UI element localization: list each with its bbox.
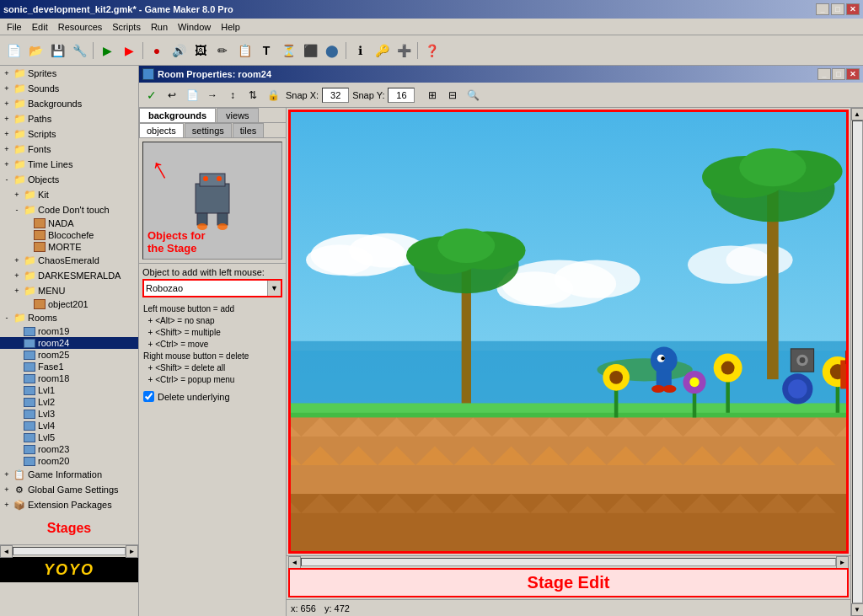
room-maximize-btn[interactable]: □	[832, 68, 845, 80]
sidebar-item-sounds[interactable]: + 📁 Sounds	[0, 81, 138, 96]
tb-gameinfo[interactable]: ℹ	[350, 40, 370, 61]
room-arrow-right-btn[interactable]: →	[203, 86, 222, 104]
expand-backgrounds[interactable]: +	[2, 99, 12, 109]
sidebar-item-lvl4[interactable]: Lvl4	[0, 420, 138, 431]
stage-scroll-vtrack[interactable]	[852, 121, 863, 603]
sidebar-item-chaosemerald[interactable]: + 📁 ChaosEmerald	[0, 253, 138, 268]
tb-add-script[interactable]: 📋	[234, 40, 255, 61]
stage-vscroll[interactable]: ▲ ▼	[850, 108, 863, 616]
delete-underlying-checkbox[interactable]	[143, 391, 154, 402]
menu-edit[interactable]: Edit	[27, 20, 53, 34]
obj-select-dropdown-btn[interactable]: ▼	[267, 281, 281, 296]
sidebar-item-objects[interactable]: - 📁 Objects	[0, 172, 138, 187]
stage-scroll-right[interactable]: ►	[836, 556, 849, 569]
sidebar-item-room23[interactable]: room23	[0, 443, 138, 455]
maximize-button[interactable]: □	[831, 3, 844, 15]
tab-views[interactable]: views	[217, 108, 259, 122]
room-zoom-btn[interactable]: 🔍	[464, 86, 482, 104]
sidebar-item-fonts[interactable]: + 📁 Fonts	[0, 142, 138, 157]
expand-kit[interactable]: +	[12, 190, 22, 200]
sidebar-item-room18[interactable]: room18	[0, 372, 138, 384]
sidebar-item-fase1[interactable]: Fase1	[0, 361, 138, 372]
tb-add-sound[interactable]: 🔊	[169, 40, 189, 61]
menu-window[interactable]: Window	[173, 20, 216, 34]
room-grid2-btn[interactable]: ⊟	[443, 86, 462, 104]
sidebar-item-menu[interactable]: + 📁 MENU	[0, 283, 138, 298]
scroll-right-arrow[interactable]: ►	[126, 545, 138, 558]
room-close-btn[interactable]: ✕	[846, 68, 860, 80]
sidebar-item-lvl2[interactable]: Lvl2	[0, 396, 138, 408]
sidebar-item-room19[interactable]: room19	[0, 325, 138, 337]
subtab-objects[interactable]: objects	[139, 123, 184, 137]
minimize-button[interactable]: _	[816, 3, 829, 15]
expand-sprites[interactable]: +	[2, 68, 12, 78]
expand-objects[interactable]: -	[2, 174, 12, 185]
expand-paths[interactable]: +	[2, 114, 12, 124]
snap-y-input[interactable]	[388, 88, 415, 103]
tb-add-path[interactable]: ✏	[212, 40, 233, 61]
expand-rooms[interactable]: -	[2, 313, 12, 323]
tb-add-room[interactable]: ⬤	[322, 40, 342, 61]
room-sort2-btn[interactable]: ⇅	[244, 86, 262, 104]
expand-menu-obj[interactable]: +	[12, 286, 22, 296]
tb-run[interactable]: ▶	[97, 40, 117, 61]
stage-scroll-down[interactable]: ▼	[851, 603, 864, 616]
sidebar-item-gameinfo[interactable]: + 📋 Game Information	[0, 467, 138, 482]
stage-scroll-left[interactable]: ◄	[288, 556, 301, 569]
sidebar-item-scripts[interactable]: + 📁 Scripts	[0, 126, 138, 142]
sidebar-item-lvl1[interactable]: Lvl1	[0, 384, 138, 396]
expand-darkesmeralda[interactable]: +	[12, 271, 22, 281]
sidebar-item-lvl5[interactable]: Lvl5	[0, 431, 138, 443]
sidebar-item-code-dont-touch[interactable]: - 📁 Code Don't touch	[0, 202, 138, 217]
subtab-tiles[interactable]: tiles	[233, 123, 265, 137]
tb-run-debug[interactable]: ▶	[119, 40, 139, 61]
tb-open[interactable]: 📂	[25, 40, 46, 61]
expand-chaosemerald[interactable]: +	[12, 255, 22, 265]
tb-add-bg[interactable]: 🖼	[190, 40, 211, 61]
scroll-h-track[interactable]	[13, 547, 126, 555]
close-button[interactable]: ✕	[846, 3, 860, 15]
tb-extensions[interactable]: ➕	[394, 40, 414, 61]
sidebar-item-timelines[interactable]: + 📁 Time Lines	[0, 157, 138, 172]
stage-hscroll[interactable]: ◄ ►	[287, 555, 850, 568]
sidebar-item-extensions[interactable]: + 📦 Extension Packages	[0, 497, 138, 512]
room-new-bg-btn[interactable]: 📄	[183, 86, 201, 104]
sidebar-item-object201[interactable]: object201	[0, 298, 138, 310]
tb-gamesettings[interactable]: 🔑	[372, 40, 392, 61]
snap-x-input[interactable]	[322, 88, 349, 103]
sidebar-item-blocochefe[interactable]: Blocochefe	[0, 229, 138, 241]
menu-scripts[interactable]: Scripts	[107, 20, 146, 34]
room-grid-btn[interactable]: ⊞	[423, 86, 442, 104]
sidebar-item-room24[interactable]: room24	[0, 337, 138, 349]
sidebar-item-kit[interactable]: + 📁 Kit	[0, 187, 138, 202]
room-sort-btn[interactable]: ↕	[223, 86, 242, 104]
tb-add-font[interactable]: T	[256, 40, 276, 61]
expand-code-dont-touch[interactable]: -	[12, 205, 22, 215]
tb-resources[interactable]: 🔧	[69, 40, 89, 61]
room-ok-btn[interactable]: ✓	[142, 86, 161, 104]
expand-fonts[interactable]: +	[2, 144, 12, 154]
sidebar-item-backgrounds[interactable]: + 📁 Backgrounds	[0, 96, 138, 111]
tb-add-sprite[interactable]: ●	[147, 40, 167, 61]
stage-scroll-up[interactable]: ▲	[851, 108, 864, 121]
tb-new[interactable]: 📄	[3, 40, 24, 61]
sidebar-item-darkesmeralda[interactable]: + 📁 DARKESMERALDA	[0, 268, 138, 283]
sidebar-item-room20[interactable]: room20	[0, 455, 138, 467]
sidebar-item-nada[interactable]: NADA	[0, 217, 138, 229]
expand-sounds[interactable]: +	[2, 83, 12, 94]
sidebar-item-morte[interactable]: MORTE	[0, 241, 138, 253]
menu-help[interactable]: Help	[216, 20, 245, 34]
sidebar-item-sprites[interactable]: + 📁 Sprites	[0, 66, 138, 81]
tb-help[interactable]: ❓	[421, 40, 442, 61]
expand-extensions[interactable]: +	[2, 500, 12, 510]
sidebar-item-lvl3[interactable]: Lvl3	[0, 408, 138, 420]
menu-run[interactable]: Run	[146, 20, 173, 34]
menu-file[interactable]: File	[2, 20, 27, 34]
scroll-left-arrow[interactable]: ◄	[0, 545, 13, 558]
room-undo-btn[interactable]: ↩	[163, 86, 181, 104]
tb-save[interactable]: 💾	[47, 40, 67, 61]
sidebar-item-room25[interactable]: room25	[0, 349, 138, 361]
menu-resources[interactable]: Resources	[53, 20, 108, 34]
sidebar-item-rooms[interactable]: - 📁 Rooms	[0, 310, 138, 325]
sidebar-scrollbar-h[interactable]: ◄ ►	[0, 544, 138, 557]
